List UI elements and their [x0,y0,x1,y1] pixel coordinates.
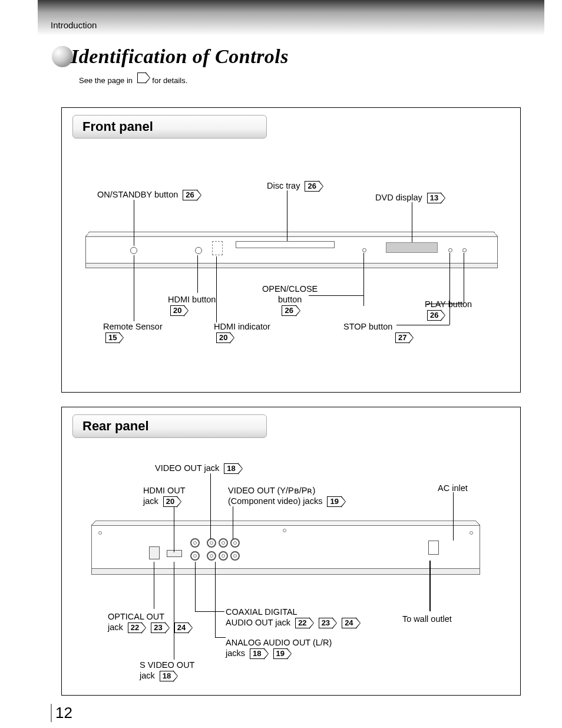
svg-point-0 [52,46,73,67]
disc-tray-icon [236,241,335,248]
component-y-icon [219,538,228,548]
rear-panel-box: Rear panel VIDEO OUT jack 18 HDMI OUT ja… [61,407,521,696]
svideo-jack-icon [190,538,200,548]
page-ref-example-icon [137,72,150,84]
label-optical-out: OPTICAL OUT jack 22 23 24 [108,611,193,634]
label-hdmi-out: HDMI OUT jack 20 [143,485,186,508]
label-hdmi-button: HDMI button 20 [168,294,216,317]
label-video-out: VIDEO OUT jack 18 [155,463,243,475]
page-title-wrap: Identification of Controls [51,45,289,68]
ac-inlet-icon [428,541,439,555]
label-remote-sensor: Remote Sensor 15 [103,321,163,344]
page-title: Identification of Controls [71,45,289,68]
label-analog-audio: ANALOG AUDIO OUT (L/R) jacks 18 19 [226,637,332,660]
front-panel-diagram: ON/STANDBY button 26 Disc tray 26 DVD di… [62,108,520,392]
component-pb-icon [230,538,240,548]
rear-panel-diagram: VIDEO OUT jack 18 HDMI OUT jack 20 VIDEO… [62,407,520,695]
label-on-standby: ON/STANDBY button 26 [97,189,201,201]
device-rear-drawing [91,517,480,578]
component-pr-icon [230,551,240,561]
coax-jack-icon [190,551,200,561]
front-panel-box: Front panel ON/STANDBY button 26 Disc tr… [61,107,521,393]
open-close-button-icon [362,248,366,252]
label-disc-tray: Disc tray 26 [267,180,323,192]
header-gradient [38,0,544,35]
label-play-button: PLAY button 26 [425,299,472,321]
label-component: VIDEO OUT (Y/Pʙ/Pʀ) (Component video) ja… [228,485,346,508]
dvd-display-icon [386,242,438,253]
audio-l-icon [207,551,216,561]
stop-button-icon [448,248,452,252]
optical-jack-icon [149,546,160,559]
subtitle-after: for details. [152,76,187,85]
hdmi-button-icon [195,247,202,254]
label-svideo-out: S VIDEO OUT jack 18 [140,660,194,682]
label-open-close: OPEN/CLOSE button 26 [262,284,318,317]
video-jack-icon [207,538,216,548]
label-dvd-display: DVD display 13 [375,192,445,204]
label-stop-button: STOP button 27 [343,321,414,344]
audio-r-icon [219,551,228,561]
play-button-icon [462,248,467,252]
label-hdmi-indicator: HDMI indicator 20 [214,321,270,344]
on-standby-button-icon [130,247,137,254]
label-to-wall-outlet: To wall outlet [402,614,452,624]
page-number: 12 [51,704,72,722]
power-cord-icon [429,561,431,611]
page-subtitle: See the page in for details. [79,72,187,85]
label-coax-out: COAXIAL DIGITAL AUDIO OUT jack 22 23 24 [226,607,361,629]
remote-sensor-icon [212,241,223,255]
subtitle-before: See the page in [79,76,135,85]
hdmi-jack-icon [167,550,182,557]
section-label: Introduction [51,20,97,30]
device-front-drawing [85,229,498,271]
